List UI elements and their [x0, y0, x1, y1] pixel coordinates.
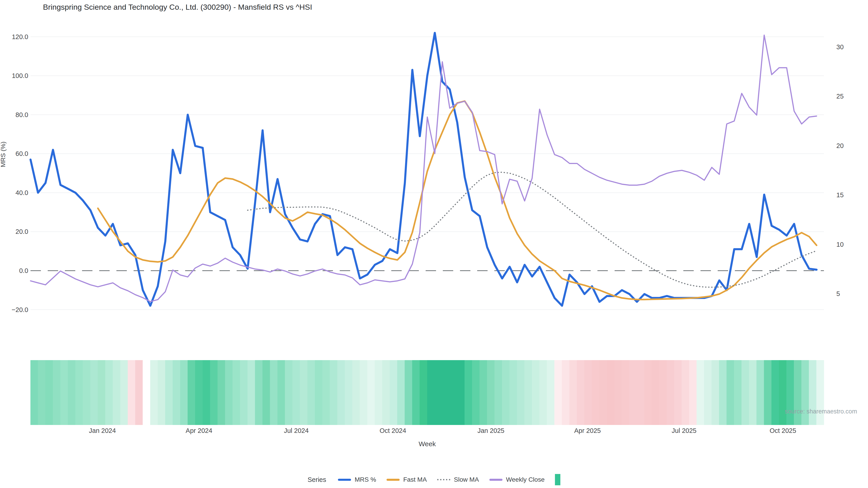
heatmap-cell[interactable] [704, 360, 712, 425]
chart-canvas[interactable]: 120.0100.080.060.040.020.00.0−20.0302520… [0, 0, 868, 454]
heatmap-cell[interactable] [195, 360, 203, 425]
heatmap-cell[interactable] [457, 360, 465, 425]
heatmap-cell[interactable] [75, 360, 83, 425]
heatmap-cell[interactable] [217, 360, 225, 425]
heatmap-cell[interactable] [412, 360, 420, 425]
heatmap-cell[interactable] [232, 360, 240, 425]
heatmap-cell[interactable] [659, 360, 667, 425]
heatmap-cell[interactable] [682, 360, 689, 425]
heatmap-cell[interactable] [719, 360, 727, 425]
heatmap-cell[interactable] [165, 360, 173, 425]
heatmap-cell[interactable] [345, 360, 352, 425]
heatmap-cell[interactable] [105, 360, 113, 425]
legend-item-weekly-close[interactable]: Weekly Close [489, 476, 545, 483]
heatmap-cell[interactable] [644, 360, 652, 425]
heatmap-cell[interactable] [120, 360, 128, 425]
heatmap-cell[interactable] [83, 360, 90, 425]
heatmap-cell[interactable] [367, 360, 375, 425]
heatmap-cell[interactable] [517, 360, 525, 425]
heatmap-cell[interactable] [584, 360, 592, 425]
heatmap-cell[interactable] [592, 360, 599, 425]
heatmap-cell[interactable] [53, 360, 61, 425]
series-fast-maline[interactable] [98, 101, 816, 299]
heatmap-cell[interactable] [315, 360, 322, 425]
heatmap-cell[interactable] [45, 360, 53, 425]
heatmap-cell[interactable] [360, 360, 368, 425]
heatmap-cell[interactable] [31, 360, 38, 425]
heatmap-cell[interactable] [502, 360, 510, 425]
heatmap-cell[interactable] [158, 360, 165, 425]
heatmap-cell[interactable] [487, 360, 495, 425]
heatmap-cell[interactable] [472, 360, 480, 425]
heatmap-cell[interactable] [479, 360, 487, 425]
heatmap-cell[interactable] [809, 360, 816, 425]
heatmap-cell[interactable] [270, 360, 278, 425]
heatmap-cell[interactable] [697, 360, 704, 425]
heatmap-cell[interactable] [599, 360, 607, 425]
heatmap-cell[interactable] [248, 360, 255, 425]
heatmap-cell[interactable] [547, 360, 555, 425]
legend-item-heat-square[interactable] [555, 474, 560, 485]
heatmap-cell[interactable] [307, 360, 315, 425]
heatmap-cell[interactable] [143, 360, 150, 425]
heatmap-cell[interactable] [210, 360, 218, 425]
heatmap-cell[interactable] [726, 360, 734, 425]
heatmap-cell[interactable] [180, 360, 188, 425]
heatmap-cell[interactable] [749, 360, 756, 425]
heatmap-cell[interactable] [495, 360, 502, 425]
heatmap-cell[interactable] [666, 360, 674, 425]
heatmap-cell[interactable] [756, 360, 764, 425]
heatmap-cell[interactable] [532, 360, 539, 425]
heatmap-cell[interactable] [442, 360, 450, 425]
heatmap-cell[interactable] [337, 360, 345, 425]
heatmap-cell[interactable] [128, 360, 135, 425]
heatmap-cell[interactable] [652, 360, 659, 425]
heatmap-cell[interactable] [382, 360, 390, 425]
heatmap-cell[interactable] [637, 360, 645, 425]
heatmap-cell[interactable] [113, 360, 121, 425]
heatmap-cell[interactable] [509, 360, 517, 425]
heatmap-cell[interactable] [188, 360, 195, 425]
heatmap-cell[interactable] [607, 360, 614, 425]
heatmap-cell[interactable] [90, 360, 98, 425]
heatmap-cell[interactable] [262, 360, 270, 425]
heatmap-cell[interactable] [569, 360, 577, 425]
heatmap-cell[interactable] [285, 360, 292, 425]
heatmap-cell[interactable] [629, 360, 637, 425]
heatmap-cell[interactable] [255, 360, 263, 425]
heatmap-cell[interactable] [135, 360, 143, 425]
heatmap-cell[interactable] [539, 360, 547, 425]
heatmap-cell[interactable] [435, 360, 442, 425]
heatmap-cell[interactable] [375, 360, 382, 425]
heatmap-cell[interactable] [330, 360, 338, 425]
heatmap-cell[interactable] [816, 360, 824, 425]
heatmap-cell[interactable] [420, 360, 427, 425]
heatmap-cell[interactable] [741, 360, 749, 425]
legend-item-slow-ma[interactable]: Slow MA [437, 476, 479, 483]
heatmap-cell[interactable] [203, 360, 210, 425]
heatmap-cell[interactable] [524, 360, 532, 425]
heatmap-cell[interactable] [60, 360, 68, 425]
heatmap-cell[interactable] [292, 360, 300, 425]
heatmap-cell[interactable] [150, 360, 158, 425]
heatmap-cell[interactable] [689, 360, 697, 425]
heatmap-cell[interactable] [300, 360, 308, 425]
heatmap-cell[interactable] [794, 360, 802, 425]
heatmap-cell[interactable] [225, 360, 233, 425]
heatmap-cell[interactable] [562, 360, 569, 425]
heatmap-cell[interactable] [614, 360, 622, 425]
heatmap-cell[interactable] [98, 360, 105, 425]
heatmap-cell[interactable] [764, 360, 772, 425]
heatmap-cell[interactable] [322, 360, 330, 425]
heatmap-cell[interactable] [352, 360, 360, 425]
heatmap-cell[interactable] [397, 360, 405, 425]
legend-item-fast-ma[interactable]: Fast MA [386, 476, 427, 483]
heatmap-cell[interactable] [622, 360, 629, 425]
heatmap-cell[interactable] [427, 360, 435, 425]
heatmap-cell[interactable] [240, 360, 248, 425]
heatmap-cell[interactable] [577, 360, 585, 425]
heatmap-cell[interactable] [772, 360, 779, 425]
heatmap-cell[interactable] [712, 360, 719, 425]
heatmap-cell[interactable] [277, 360, 285, 425]
heatmap-cell[interactable] [450, 360, 457, 425]
